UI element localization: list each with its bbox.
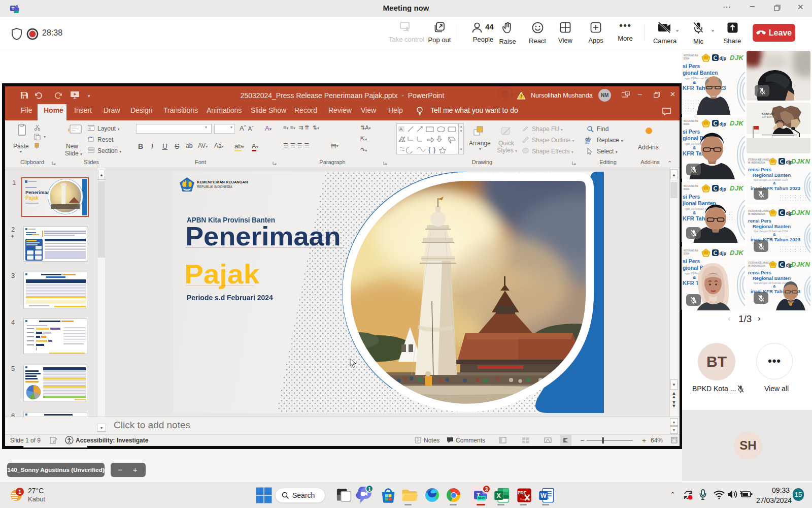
svg-text:KANTOR: KANTOR	[762, 112, 773, 115]
svg-text:ac: ac	[585, 140, 589, 144]
svg-text:djp: djp	[720, 251, 727, 256]
svg-text:W: W	[540, 492, 547, 499]
svg-text:}: }	[433, 146, 436, 153]
svg-text:djp: djp	[720, 121, 727, 126]
svg-text:djp: djp	[720, 186, 727, 192]
svg-text:Free 4.0.29: Free 4.0.29	[520, 498, 533, 501]
svg-text:A: A	[399, 126, 402, 132]
svg-text:PDF: PDF	[518, 490, 526, 495]
svg-text:{: {	[428, 146, 431, 153]
svg-text:1: 1	[18, 489, 21, 495]
svg-text:X: X	[497, 492, 501, 499]
svg-text:DJP BANTEN: DJP BANTEN	[762, 116, 776, 118]
svg-text:djp: djp	[720, 56, 727, 61]
svg-text:44: 44	[485, 22, 494, 31]
